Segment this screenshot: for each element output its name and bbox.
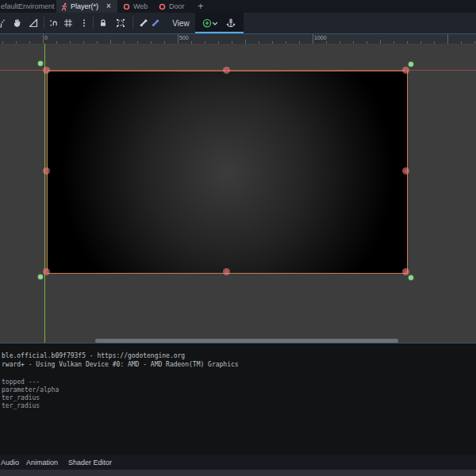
green-gizmo-dot[interactable] bbox=[38, 61, 43, 66]
selection-handle[interactable] bbox=[223, 268, 230, 275]
green-gizmo-dot[interactable] bbox=[38, 274, 43, 279]
selection-handle[interactable] bbox=[223, 67, 230, 74]
canvas[interactable] bbox=[0, 44, 476, 343]
circle-node-icon bbox=[159, 3, 166, 10]
console-line: parameter/alpha bbox=[2, 386, 59, 393]
console-line: ter_radius bbox=[2, 402, 40, 409]
ruler-tick bbox=[447, 34, 448, 44]
godot-editor-window: efaultEnviroment Player(*) × Web Door bbox=[0, 0, 476, 476]
green-gizmo-dot[interactable] bbox=[409, 275, 413, 280]
ruler-label: 1000 bbox=[314, 35, 327, 40]
viewport-focus-border-top bbox=[0, 33, 476, 34]
output-console: ble.official.b09f793f5 - https://godoten… bbox=[0, 344, 476, 455]
chevron-down-icon[interactable] bbox=[211, 15, 219, 31]
smart-snap-icon[interactable] bbox=[46, 15, 62, 31]
ruler-label: 500 bbox=[179, 35, 189, 40]
ruler-tick bbox=[313, 34, 313, 44]
selection-handle[interactable] bbox=[43, 167, 50, 175]
bone-options-icon[interactable] bbox=[148, 15, 163, 31]
character-body-icon bbox=[60, 2, 68, 11]
selection-handle[interactable] bbox=[402, 167, 409, 175]
selected-scene-rect[interactable] bbox=[47, 71, 408, 274]
add-scene-tab-button[interactable]: + bbox=[198, 0, 204, 12]
selection-handle[interactable] bbox=[43, 67, 50, 74]
bottom-strip bbox=[0, 470, 476, 476]
canvas-toolbar: View bbox=[0, 13, 476, 33]
2d-viewport: 05001000 bbox=[0, 34, 476, 343]
tab-default-environment[interactable]: efaultEnviroment bbox=[0, 0, 52, 13]
scale-mode-icon[interactable] bbox=[0, 15, 9, 31]
view-menu-button[interactable]: View bbox=[168, 15, 194, 31]
anchor-icon[interactable] bbox=[223, 15, 239, 31]
toolbar-separator bbox=[93, 17, 94, 29]
y-axis-line bbox=[44, 44, 45, 343]
scene-tab-bar: efaultEnviroment Player(*) × Web Door bbox=[0, 0, 476, 13]
bottom-panel-tab-animation[interactable]: Animation bbox=[26, 459, 58, 466]
tab-label: Player(*) bbox=[71, 2, 98, 10]
tab-label: efaultEnviroment bbox=[1, 2, 55, 10]
close-icon[interactable]: × bbox=[106, 2, 111, 10]
console-line: topped --- bbox=[2, 378, 40, 386]
selection-handle[interactable] bbox=[43, 268, 50, 275]
active-group-underline bbox=[195, 32, 244, 33]
tab-web[interactable]: Web bbox=[121, 0, 154, 13]
tab-door[interactable]: Door bbox=[155, 0, 192, 13]
console-line: ble.official.b09f793f5 - https://godoten… bbox=[2, 352, 185, 359]
console-line: rward+ - Using Vulkan Device #0: AMD - A… bbox=[2, 361, 239, 368]
horizontal-scrollbar[interactable] bbox=[95, 339, 398, 343]
toolbar-separator bbox=[132, 17, 133, 29]
ruler-tick bbox=[43, 34, 44, 44]
toolbar-separator bbox=[44, 17, 44, 29]
grid-snap-icon[interactable] bbox=[60, 15, 76, 31]
ruler-label: 0 bbox=[44, 35, 48, 40]
snap-options-dots-icon[interactable] bbox=[76, 15, 92, 31]
ruler: 05001000 bbox=[0, 34, 476, 44]
pan-tool-icon[interactable] bbox=[10, 15, 25, 31]
selection-handle[interactable] bbox=[402, 67, 409, 74]
bottom-panel-bar: AudioAnimationShader Editor bbox=[0, 455, 476, 470]
ruler-tool-icon[interactable] bbox=[25, 15, 41, 31]
selection-handle[interactable] bbox=[402, 268, 409, 275]
tab-label: Door bbox=[169, 2, 185, 10]
bottom-panel-tab-shader-editor[interactable]: Shader Editor bbox=[68, 459, 112, 466]
tab-player-active[interactable]: Player(*) × bbox=[56, 0, 117, 13]
console-line: ter_radius bbox=[2, 394, 40, 401]
viewport-focus-border-bottom bbox=[0, 343, 476, 344]
lock-icon[interactable] bbox=[95, 15, 111, 31]
bottom-panel-tab-audio[interactable]: Audio bbox=[1, 459, 19, 466]
ruler-tick bbox=[178, 34, 178, 44]
circle-node-icon bbox=[123, 3, 130, 10]
green-gizmo-dot[interactable] bbox=[409, 62, 413, 67]
tab-label: Web bbox=[133, 2, 148, 10]
group-icon[interactable] bbox=[113, 15, 129, 31]
